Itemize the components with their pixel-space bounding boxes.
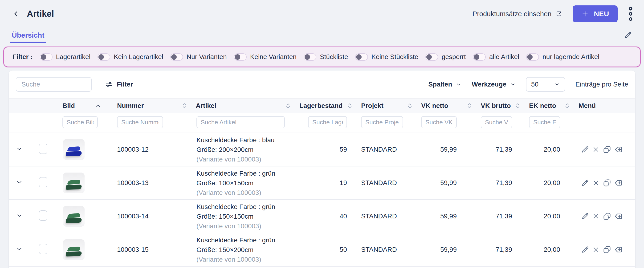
book-in-button[interactable] (614, 144, 624, 154)
column-search-suche-vk-netto[interactable] (421, 116, 457, 128)
filter-toggle-gesperrt[interactable]: gesperrt (426, 53, 466, 61)
table-row: 100003-15Kuscheldecke Farbe : grünGröße:… (9, 233, 635, 266)
filter-button[interactable]: Filter (105, 81, 133, 88)
filter-toggle-nur-varianten[interactable]: Nur Varianten (170, 53, 227, 61)
row-expander-button[interactable] (16, 145, 23, 152)
toggle-switch[interactable] (526, 53, 539, 61)
toggle-switch[interactable] (473, 53, 486, 61)
column-search-suche-artikel[interactable] (196, 116, 285, 128)
chevron-down-icon (510, 82, 516, 87)
toggle-switch[interactable] (40, 53, 52, 61)
page-size-select[interactable]: 50 (526, 77, 565, 92)
article-title: Kuscheldecke Farbe : blau (196, 135, 296, 145)
row-actions (580, 178, 635, 188)
duplicate-button[interactable] (602, 144, 612, 154)
chevron-left-icon (12, 10, 20, 17)
row-expander-button[interactable] (16, 212, 23, 219)
table-body: 100003-12Kuscheldecke Farbe : blauGröße:… (9, 133, 635, 266)
column-search-suche-bild[interactable] (62, 116, 98, 128)
toggle-switch[interactable] (170, 53, 183, 61)
tab-uebersicht[interactable]: Übersicht (12, 28, 44, 43)
toggle-switch[interactable] (234, 53, 246, 61)
toggle-knob (356, 54, 362, 60)
project-value: STANDARD (361, 146, 397, 153)
toggle-switch[interactable] (355, 53, 368, 61)
duplicate-button[interactable] (602, 245, 612, 255)
toggle-knob (527, 54, 532, 60)
delete-button[interactable] (592, 145, 600, 154)
row-checkbox[interactable] (39, 210, 47, 221)
column-header-vk-brutto[interactable]: VK brutto (478, 99, 526, 113)
article-size: Größe: 150×150cm (196, 212, 296, 221)
pencil-icon (581, 179, 589, 187)
toggle-switch[interactable] (98, 53, 110, 61)
table-card: Filter Spalten Werkzeuge 50 Ein (9, 71, 635, 268)
column-header-select (30, 99, 54, 113)
column-header-ek-netto[interactable]: EK netto (526, 99, 575, 113)
article-description: Kuscheldecke Farbe : grünGröße: 150×150c… (196, 202, 296, 231)
pencil-icon (581, 246, 589, 254)
tools-dropdown[interactable]: Werkzeuge (472, 81, 516, 88)
external-link-icon (555, 10, 563, 18)
column-header-vk-netto[interactable]: VK netto (418, 99, 478, 113)
delete-button[interactable] (592, 245, 600, 254)
column-header-lagerbestand[interactable]: Lagerbestand (296, 99, 358, 113)
close-icon (592, 212, 600, 220)
article-number: 100003-15 (117, 246, 149, 253)
pencil-icon (581, 212, 589, 221)
filter-toggle-lagerartikel[interactable]: Lagerartikel (40, 53, 90, 61)
edit-button[interactable] (580, 245, 590, 254)
duplicate-button[interactable] (602, 178, 612, 188)
toggle-label: Lagerartikel (56, 53, 90, 61)
blanket-image (66, 213, 82, 223)
new-button[interactable]: NEU (573, 5, 618, 22)
column-header-bild[interactable]: Bild (54, 99, 106, 113)
column-header-nummer[interactable]: Nummer (106, 99, 192, 113)
product-thumbnail (63, 206, 84, 227)
filter-toggle-keine-stuckliste[interactable]: Keine Stückliste (355, 53, 418, 61)
book-in-button[interactable] (614, 178, 624, 188)
filter-toggle-kein-lagerartikel[interactable]: Kein Lagerartikel (98, 53, 163, 61)
filter-toggle-keine-varianten[interactable]: Keine Varianten (234, 53, 296, 61)
book-in-button[interactable] (614, 211, 624, 221)
row-checkbox[interactable] (39, 244, 47, 254)
filter-toggle-stuckliste[interactable]: Stückliste (304, 53, 348, 61)
toggle-knob (171, 54, 177, 60)
column-header-artikel[interactable]: Artikel (192, 99, 296, 113)
column-header-label: VK netto (421, 102, 448, 110)
filter-toggle-nur-lagernde-artikel[interactable]: nur lagernde Artikel (526, 53, 599, 61)
column-search-suche-ek-netto[interactable] (529, 116, 560, 128)
kebab-menu-button[interactable] (628, 6, 634, 22)
delete-button[interactable] (592, 212, 600, 221)
column-search-suche-nummer[interactable] (117, 116, 163, 128)
edit-button[interactable] (580, 178, 590, 188)
edit-button[interactable] (580, 212, 590, 221)
sort-icon (182, 103, 186, 108)
delete-button[interactable] (592, 178, 600, 187)
column-search-suche-projekt[interactable] (361, 116, 403, 128)
filter-toggle-alle-artikel[interactable]: alle Artikel (473, 53, 520, 61)
row-expander-button[interactable] (16, 246, 23, 253)
table-row: 100003-14Kuscheldecke Farbe : grünGröße:… (9, 200, 635, 233)
column-search-suche-lagerbestand[interactable] (308, 116, 347, 128)
sliders-icon (105, 81, 113, 88)
product-sales-link[interactable]: Produktumsätze einsehen (472, 10, 563, 18)
column-search-suche-vk-brutto[interactable] (481, 116, 512, 128)
article-number: 100003-14 (117, 213, 149, 220)
toggle-switch[interactable] (304, 53, 316, 61)
row-checkbox[interactable] (39, 177, 47, 187)
edit-button[interactable] (580, 145, 590, 154)
ek-netto-value: 20,00 (544, 213, 560, 220)
tab-bar: Übersicht (0, 28, 644, 43)
search-input[interactable] (16, 77, 92, 92)
columns-dropdown[interactable]: Spalten (428, 81, 461, 88)
edit-view-button[interactable] (624, 31, 632, 39)
column-header-label: EK netto (529, 102, 556, 110)
duplicate-button[interactable] (602, 211, 612, 221)
toggle-switch[interactable] (426, 53, 438, 61)
column-header-projekt[interactable]: Projekt (358, 99, 418, 113)
row-checkbox[interactable] (39, 144, 47, 154)
back-button[interactable] (10, 8, 22, 19)
row-expander-button[interactable] (16, 179, 23, 186)
book-in-button[interactable] (614, 245, 624, 255)
